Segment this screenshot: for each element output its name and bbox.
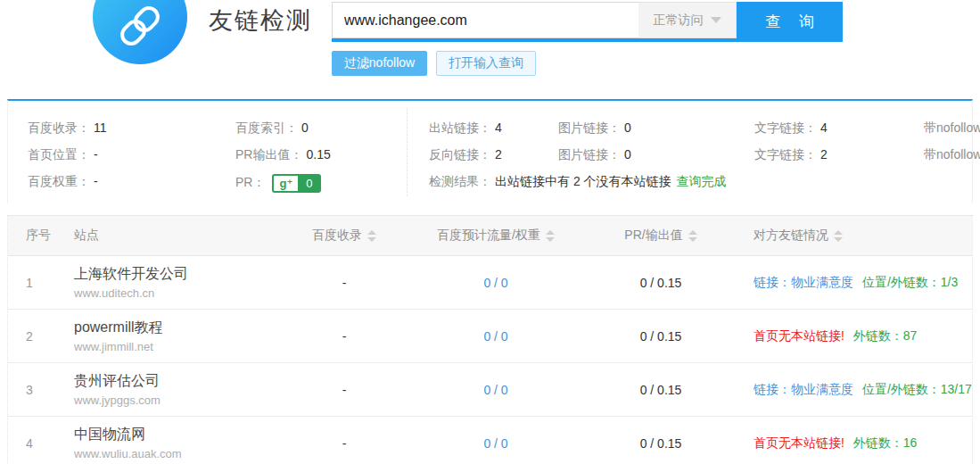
link-status-cell: 首页无本站链接! 外链数：87 [723, 328, 972, 344]
table-row: 4 中国物流网 www.wuliu.auak.com - 0 / 0 0 / 0… [8, 417, 972, 464]
google-plus-icon: g⁺ [272, 174, 298, 193]
stat-nofollow-1: 带nofollow [924, 120, 980, 137]
site-url: www.uditech.cn [74, 286, 295, 300]
link-status-cell: 链接：物业满意度 位置/外链数：13/17 [723, 382, 972, 398]
link-status-text[interactable]: 链接：物业满意度 [754, 275, 853, 289]
results-table: 序号 站点 百度收录 百度预计流量/权重 PR/输出值 对方友链情况 1 上海软… [7, 215, 973, 464]
site-name: 中国物流网 [74, 426, 295, 444]
sort-icon [688, 230, 697, 242]
access-mode-label: 正常访问 [654, 12, 704, 29]
tool-logo [93, 0, 187, 64]
site-url: www.jypggs.com [74, 394, 295, 407]
table-body: 1 上海软件开发公司 www.uditech.cn - 0 / 0 0 / 0.… [8, 256, 972, 464]
site-name: 上海软件开发公司 [74, 265, 295, 284]
row-index: 2 [8, 329, 63, 344]
header-site: 站点 [63, 228, 295, 244]
link-status-cell: 首页无本站链接! 外链数：16 [723, 435, 972, 452]
stat-image-links-1: 图片链接：0 [558, 120, 631, 137]
page-title: 友链检测 [209, 4, 312, 37]
url-input[interactable] [332, 2, 638, 38]
traffic-link[interactable]: 0 / 0 [483, 436, 507, 451]
link-status-count: 位置/外链数：13/17 [862, 382, 972, 396]
chain-link-icon [116, 2, 164, 50]
stat-baidu-weight: 百度权重：- [28, 174, 98, 190]
row-index: 1 [8, 276, 63, 290]
search-underline [332, 38, 740, 42]
site-url: www.wuliu.auak.com [74, 447, 295, 460]
row-index: 4 [8, 436, 63, 451]
header-baidu-included[interactable]: 百度收录 [295, 228, 393, 244]
stat-pr-output: PR输出值：0.15 [235, 147, 331, 163]
site-cell: 中国物流网 www.wuliu.auak.com [63, 426, 295, 460]
pr-cell: 0 / 0.15 [598, 276, 723, 290]
traffic-link[interactable]: 0 / 0 [483, 329, 507, 344]
pr-cell: 0 / 0.15 [598, 383, 723, 397]
site-name: powermill教程 [74, 319, 295, 337]
stat-image-links-2: 图片链接：0 [558, 147, 631, 163]
table-row: 1 上海软件开发公司 www.uditech.cn - 0 / 0 0 / 0.… [8, 256, 972, 310]
stat-baidu-index: 百度索引：0 [235, 120, 309, 137]
pr-cell: 0 / 0.15 [598, 436, 723, 451]
stat-text-links-2: 文字链接：2 [754, 147, 828, 163]
sort-icon [834, 230, 843, 242]
site-cell: powermill教程 www.jimmill.net [63, 319, 295, 353]
stat-result: 检测结果：出站链接中有 2 个没有本站链接查询完成 [429, 174, 727, 190]
traffic-link[interactable]: 0 / 0 [483, 383, 507, 397]
table-row: 3 贵州评估公司 www.jypggs.com - 0 / 0 0 / 0.15… [8, 363, 972, 417]
baidu-included-cell: - [295, 436, 393, 451]
pr-cell: 0 / 0.15 [598, 329, 723, 344]
table-header-row: 序号 站点 百度收录 百度预计流量/权重 PR/输出值 对方友链情况 [8, 215, 972, 256]
baidu-included-cell: - [295, 276, 393, 290]
stat-backlinks: 反向链接：2 [429, 147, 502, 163]
traffic-cell: 0 / 0 [393, 383, 598, 397]
baidu-included-cell: - [295, 383, 393, 397]
link-status-text[interactable]: 链接：物业满意度 [754, 382, 853, 396]
traffic-cell: 0 / 0 [393, 436, 598, 451]
stat-pagerank: PR：g⁺0 [235, 174, 321, 193]
traffic-cell: 0 / 0 [393, 329, 598, 344]
query-button[interactable]: 查 询 [737, 2, 843, 42]
site-cell: 贵州评估公司 www.jypggs.com [63, 372, 295, 407]
stat-nofollow-2: 带nofollow [924, 147, 980, 163]
filter-nofollow-button[interactable]: 过滤nofollow [332, 51, 427, 76]
table-row: 2 powermill教程 www.jimmill.net - 0 / 0 0 … [8, 310, 972, 363]
link-status-count: 位置/外链数：1/3 [862, 275, 958, 289]
row-index: 3 [8, 383, 63, 397]
site-url: www.jimmill.net [74, 340, 295, 353]
stat-outbound-links: 出站链接：4 [429, 120, 502, 137]
traffic-link[interactable]: 0 / 0 [483, 276, 507, 290]
query-complete-link[interactable]: 查询完成 [677, 174, 727, 188]
stat-text-links-1: 文字链接：4 [754, 120, 828, 137]
sort-icon [367, 230, 376, 242]
access-mode-dropdown[interactable]: 正常访问 [638, 2, 737, 38]
traffic-cell: 0 / 0 [393, 276, 598, 290]
link-status-cell: 链接：物业满意度 位置/外链数：1/3 [723, 275, 972, 291]
header-index: 序号 [8, 228, 63, 244]
stats-divider [407, 108, 408, 196]
link-status-text[interactable]: 首页无本站链接! [754, 328, 844, 343]
header-pr-output[interactable]: PR/输出值 [598, 228, 723, 244]
search-bar: 正常访问 查 询 [332, 2, 843, 42]
pagerank-badge: g⁺0 [272, 174, 320, 193]
chevron-down-icon [711, 17, 721, 23]
link-status-count: 外链数：87 [853, 328, 918, 343]
open-input-query-button[interactable]: 打开输入查询 [436, 51, 536, 76]
sort-icon [546, 230, 555, 242]
stat-baidu-included: 百度收录：11 [28, 120, 107, 137]
baidu-included-cell: - [295, 329, 393, 344]
header-traffic-weight[interactable]: 百度预计流量/权重 [393, 228, 598, 244]
site-name: 贵州评估公司 [74, 372, 295, 391]
link-status-count: 外链数：16 [853, 435, 918, 450]
stats-panel: 百度收录：11 百度索引：0 首页位置：- PR输出值：0.15 百度权重：- … [7, 99, 973, 203]
site-cell: 上海软件开发公司 www.uditech.cn [63, 265, 295, 300]
header-link-status[interactable]: 对方友链情况 [723, 228, 972, 244]
link-status-text[interactable]: 首页无本站链接! [754, 435, 844, 450]
stat-home-position: 首页位置：- [28, 147, 98, 163]
